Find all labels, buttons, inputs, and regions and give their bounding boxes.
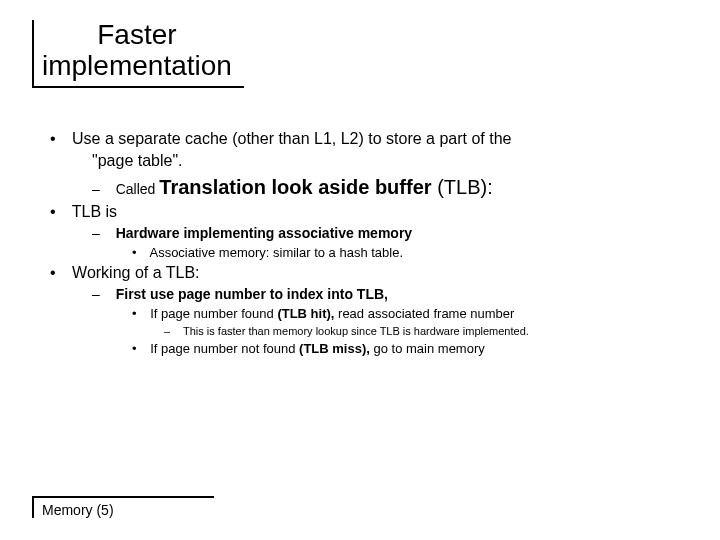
bullet-prefix: Called (116, 181, 160, 197)
bullet-big: Translation look aside buffer (159, 176, 437, 198)
bullet-called-tlb: Called Translation look aside buffer (TL… (50, 176, 690, 199)
bullet-bold: (TLB miss), (299, 341, 370, 356)
slide-title: Faster implementation (42, 20, 232, 82)
bullet-pre: If page number found (150, 306, 277, 321)
bullet-tlb-hit: If page number found (TLB hit), read ass… (50, 306, 690, 321)
slide-footer-box: Memory (5) (32, 496, 214, 518)
slide-body: Use a separate cache (other than L1, L2)… (50, 130, 690, 360)
bullet-text: This is faster than memory lookup since … (183, 325, 529, 337)
bullet-pre: If page number not found (150, 341, 299, 356)
bullet-post: go to main memory (370, 341, 485, 356)
slide-title-box: Faster implementation (32, 20, 244, 88)
bullet-text: Use a separate cache (other than L1, L2)… (72, 130, 511, 147)
bullet-assoc-memory: Associative memory: similar to a hash ta… (50, 245, 690, 260)
bullet-suffix: (TLB): (437, 176, 493, 198)
title-line2: implementation (42, 50, 232, 81)
title-line1: Faster (97, 19, 176, 50)
bullet-use-separate-cache-cont: "page table". (50, 152, 690, 170)
bullet-faster-than-memory: This is faster than memory lookup since … (50, 325, 690, 337)
bullet-first-use-page: First use page number to index into TLB, (50, 286, 690, 302)
bullet-tlb-is: TLB is (50, 203, 690, 221)
bullet-bold: (TLB hit), (277, 306, 334, 321)
bullet-text: TLB is (72, 203, 117, 220)
bullet-hardware-assoc: Hardware implementing associative memory (50, 225, 690, 241)
bullet-text: Hardware implementing associative memory (116, 225, 412, 241)
bullet-text: First use page number to index into TLB, (116, 286, 388, 302)
slide-footer: Memory (5) (42, 502, 114, 518)
bullet-text: Working of a TLB: (72, 264, 199, 281)
bullet-post: read associated frame number (334, 306, 514, 321)
bullet-working-tlb: Working of a TLB: (50, 264, 690, 282)
bullet-use-separate-cache: Use a separate cache (other than L1, L2)… (50, 130, 690, 148)
bullet-tlb-miss: If page number not found (TLB miss), go … (50, 341, 690, 356)
bullet-text: Associative memory: similar to a hash ta… (149, 245, 403, 260)
